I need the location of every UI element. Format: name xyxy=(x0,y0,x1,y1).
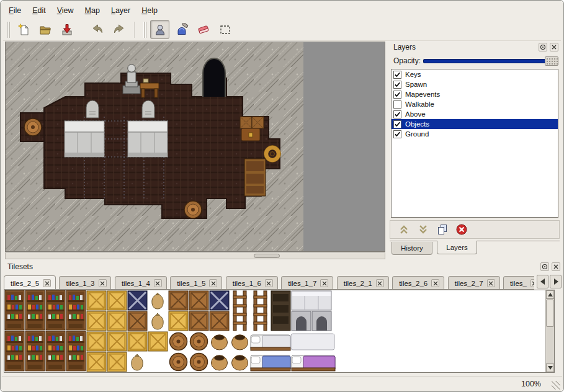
scrollbar-thumb[interactable] xyxy=(546,300,554,327)
eraser-tool-button[interactable] xyxy=(194,20,213,39)
tab-close-icon[interactable] xyxy=(209,279,217,287)
new-file-button[interactable] xyxy=(14,20,33,39)
menu-file[interactable]: File xyxy=(3,4,27,17)
layer-actions-bar xyxy=(390,220,560,239)
menu-map[interactable]: Map xyxy=(79,4,105,17)
opacity-slider[interactable] xyxy=(423,56,558,66)
layer-checkbox[interactable] xyxy=(393,100,401,109)
tab-close-icon[interactable] xyxy=(265,279,273,287)
layer-label: Above xyxy=(405,110,426,118)
scroll-up-icon[interactable] xyxy=(546,290,554,299)
menu-layer[interactable]: Layer xyxy=(105,4,136,17)
tileset-tab-tiles_1_4[interactable]: tiles_1_4 xyxy=(115,276,167,290)
tab-close-icon[interactable] xyxy=(154,279,162,287)
menu-edit[interactable]: Edit xyxy=(27,4,51,17)
menu-help[interactable]: Help xyxy=(136,4,163,17)
layers-dock-tabs: History Layers xyxy=(390,241,560,256)
tab-close-icon[interactable] xyxy=(376,279,384,287)
open-file-button[interactable] xyxy=(35,20,55,39)
tileset-tab-tiles_1_7[interactable]: tiles_1_7 xyxy=(281,276,333,290)
opacity-slider-track[interactable] xyxy=(423,59,558,63)
layers-panel: Layers Opacity: Keys Spawn xyxy=(388,42,561,259)
layer-checkbox[interactable] xyxy=(393,130,401,138)
raise-layer-icon xyxy=(397,223,411,236)
float-panel-icon[interactable] xyxy=(540,262,549,271)
delete-layer-button[interactable] xyxy=(454,222,469,237)
lower-layer-button[interactable] xyxy=(416,222,431,237)
tileset-tab-tiles_1_6[interactable]: tiles_1_6 xyxy=(226,276,278,290)
redo-button[interactable] xyxy=(109,20,128,39)
layer-checkbox[interactable] xyxy=(393,91,401,99)
map-crates xyxy=(240,117,264,141)
scroll-left-icon[interactable] xyxy=(537,275,548,288)
zoom-level: 100% xyxy=(521,380,541,388)
tileset-canvas[interactable] xyxy=(4,290,555,373)
tileset-tab-truncated[interactable]: tiles_ xyxy=(503,276,534,290)
toolbar-handle[interactable] xyxy=(143,22,146,38)
tab-close-icon[interactable] xyxy=(530,279,534,287)
tab-close-icon[interactable] xyxy=(431,279,439,287)
layer-row-walkable[interactable]: Walkable xyxy=(392,99,558,109)
tab-close-icon[interactable] xyxy=(99,279,107,287)
tileset-tab-label: tiles_2_5 xyxy=(11,280,39,287)
stamp-tool-button[interactable] xyxy=(150,20,169,39)
layer-row-above[interactable]: Above xyxy=(392,109,558,119)
scroll-right-icon[interactable] xyxy=(550,275,562,288)
fill-tool-button[interactable] xyxy=(172,20,191,39)
delete-layer-icon xyxy=(455,223,468,236)
lower-layer-icon xyxy=(416,223,430,236)
menu-view[interactable]: View xyxy=(51,4,79,17)
tileset-tab-tiles_2_6[interactable]: tiles_2_6 xyxy=(392,276,444,290)
toolbar-handle[interactable] xyxy=(7,22,10,38)
tab-close-icon[interactable] xyxy=(320,279,328,287)
tileset-vertical-scrollbar[interactable] xyxy=(545,290,554,372)
tileset-tab-tiles_2_1[interactable]: tiles_2_1 xyxy=(337,276,389,290)
layer-row-keys[interactable]: Keys xyxy=(392,69,558,79)
rect-select-tool-button[interactable] xyxy=(215,20,235,39)
tileset-tab-label: tiles_2_6 xyxy=(399,280,427,287)
layer-label: Keys xyxy=(405,71,421,78)
save-icon xyxy=(60,23,74,37)
tileset-tab-label: tiles_1_5 xyxy=(177,280,205,287)
layer-label: Objects xyxy=(405,120,429,128)
layer-row-objects[interactable]: Objects xyxy=(392,119,558,129)
tileset-tab-tiles_1_5[interactable]: tiles_1_5 xyxy=(170,276,222,290)
map-tiles xyxy=(6,42,303,251)
layer-checkbox[interactable] xyxy=(393,71,401,79)
map-tomb-left xyxy=(65,121,104,157)
layer-row-ground[interactable]: Ground xyxy=(392,129,558,139)
layer-row-mapevents[interactable]: Mapevents xyxy=(392,89,558,99)
tileset-tiles xyxy=(4,290,545,372)
layer-list[interactable]: Keys Spawn Mapevents Walkable Above Obje… xyxy=(391,69,558,218)
tileset-tab-tiles_2_5[interactable]: tiles_2_5 xyxy=(4,275,56,290)
duplicate-layer-icon xyxy=(436,223,449,236)
scroll-down-icon[interactable] xyxy=(546,363,554,372)
map-horizontal-scrollbar[interactable] xyxy=(5,252,385,259)
layer-checkbox[interactable] xyxy=(393,81,401,89)
tileset-tab-tiles_2_7[interactable]: tiles_2_7 xyxy=(448,276,500,290)
layers-panel-header: Layers xyxy=(388,42,561,53)
float-panel-icon[interactable] xyxy=(539,43,547,51)
tab-close-icon[interactable] xyxy=(487,279,495,287)
save-button[interactable] xyxy=(57,20,76,39)
resize-grip-icon[interactable] xyxy=(552,381,560,390)
close-panel-icon[interactable] xyxy=(550,43,558,51)
raise-layer-button[interactable] xyxy=(396,222,411,237)
duplicate-layer-button[interactable] xyxy=(435,222,450,237)
opacity-slider-handle[interactable] xyxy=(545,56,558,66)
tileset-tab-tiles_1_3[interactable]: tiles_1_3 xyxy=(59,276,111,290)
tileset-tab-label: tiles_1_6 xyxy=(233,280,261,287)
layer-label: Ground xyxy=(405,130,429,138)
layer-checkbox[interactable] xyxy=(393,110,401,118)
layer-row-spawn[interactable]: Spawn xyxy=(392,79,558,89)
tab-history[interactable]: History xyxy=(392,242,432,255)
status-bar: 100% xyxy=(2,376,562,391)
layer-checkbox[interactable] xyxy=(393,120,401,128)
map-canvas[interactable] xyxy=(5,42,385,252)
close-panel-icon[interactable] xyxy=(552,262,560,271)
undo-button[interactable] xyxy=(87,20,107,39)
new-file-icon xyxy=(17,23,30,37)
scrollbar-thumb[interactable] xyxy=(254,254,280,258)
tab-layers[interactable]: Layers xyxy=(437,241,477,254)
tab-close-icon[interactable] xyxy=(43,279,51,287)
